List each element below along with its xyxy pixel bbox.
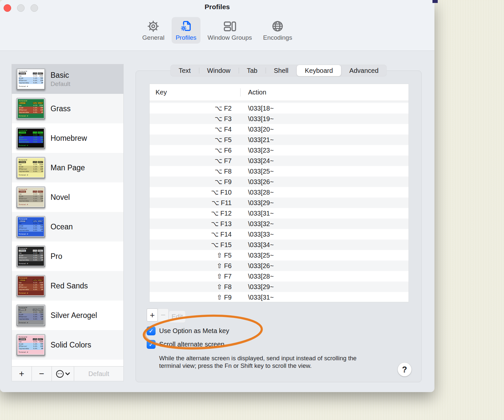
profile-thumbnail: Terminal#COMMAND%CPURPRVTtop4.1%231KXcod… [16, 334, 45, 356]
terminal-preview: Terminal#COMMAND%CPURPRVTtop4.1%231KXcod… [17, 246, 44, 266]
key-mapping-row[interactable]: ⇧ F5 \033[25~ [150, 250, 409, 261]
key-name: F8 [224, 283, 232, 290]
more-options-button[interactable] [52, 367, 74, 381]
modifier-icon: ⌥ [215, 125, 222, 133]
profile-item-pro[interactable]: Terminal#COMMAND%CPURPRVTtop4.1%231KXcod… [12, 242, 123, 271]
key-mapping-row[interactable]: ⌥ F3 \033[19~ [150, 114, 409, 124]
tab-text[interactable]: Text [170, 65, 199, 76]
key-mapping-row[interactable]: ⇧ F7 \033[28~ [150, 271, 409, 282]
key-action: \033[21~ [240, 136, 274, 144]
scroll-alternate-screen-checkbox[interactable]: ✓ [147, 340, 156, 349]
profile-thumbnail: Terminal#COMMAND%CPURPRVTtop4.1%231KXcod… [16, 216, 45, 238]
profile-item-basic[interactable]: Terminal#COMMAND%CPURPRVTtop4.1%231KXcod… [12, 64, 123, 94]
toolbar-item-label: Profiles [176, 34, 196, 41]
key-mapping-row[interactable]: ⌥ F10 \033[28~ [150, 187, 409, 198]
profile-thumbnail: Terminal#COMMAND%CPURPRVTtop4.1%231KXcod… [16, 98, 45, 119]
tab-tab[interactable]: Tab [239, 65, 265, 76]
key-mapping-row[interactable]: ⌥ F13 \033[32~ [150, 219, 409, 229]
modifier-icon: ⌥ [211, 220, 219, 228]
alternate-screen-note: While the alternate screen is displayed,… [159, 354, 376, 369]
scroll-alternate-screen-row[interactable]: ✓ Scroll alternate screen [147, 340, 224, 349]
key-mapping-row[interactable]: ⌥ F9 \033[26~ [150, 177, 409, 187]
tab-advanced[interactable]: Advanced [341, 65, 387, 76]
toolbar-item-window-groups[interactable]: Window Groups [204, 17, 256, 44]
key-name: F5 [224, 252, 232, 259]
edit-key-button[interactable]: Edit [169, 310, 186, 323]
terminal-preview: Terminal#COMMAND%CPURPRVTtop4.1%231KXcod… [17, 99, 44, 118]
tab-shell[interactable]: Shell [266, 65, 297, 76]
toolbar-item-profiles[interactable]: Profiles [172, 17, 200, 44]
toolbar-item-label: Encodings [263, 34, 292, 41]
key-action: \033[26~ [240, 262, 274, 270]
modifier-icon: ⌥ [215, 167, 222, 175]
key-name: F4 [224, 126, 232, 133]
profile-item-grass[interactable]: Terminal#COMMAND%CPURPRVTtop4.1%231KXcod… [12, 94, 123, 123]
checkmark-icon: ✓ [149, 327, 154, 334]
profile-item-solid-colors[interactable]: Terminal#COMMAND%CPURPRVTtop4.1%231KXcod… [12, 330, 123, 360]
profile-thumbnail: Terminal#COMMAND%CPURPRVTtop4.1%231KXcod… [16, 68, 45, 90]
key-mapping-row[interactable]: ⌥ F11 \033[29~ [150, 198, 409, 208]
keyboard-mapping-table[interactable]: Key Action ⌥ F2 \033[18~ ⌥ F3 \033[19~ ⌥… [149, 84, 409, 302]
key-mapping-row[interactable]: ⌥ F8 \033[25~ [150, 166, 409, 177]
profile-thumbnail: Terminal#COMMAND%CPURPRVTtop4.1%231KXcod… [16, 127, 45, 149]
tab-window[interactable]: Window [199, 65, 239, 76]
help-button[interactable]: ? [398, 363, 411, 376]
key-mapping-row[interactable]: ⇧ F6 \033[26~ [150, 261, 409, 271]
column-divider [240, 88, 241, 96]
profiles-sidebar: Terminal#COMMAND%CPURPRVTtop4.1%231KXcod… [11, 64, 124, 381]
key-name: F12 [220, 210, 232, 217]
profile-item-man-page[interactable]: Terminal#COMMAND%CPURPRVTtop4.1%231KXcod… [12, 153, 123, 182]
use-option-as-meta-row[interactable]: ✓ Use Option as Meta key [147, 326, 229, 335]
key-mapping-row[interactable]: ⌥ F6 \033[23~ [150, 145, 409, 156]
profile-item-novel[interactable]: Terminal#COMMAND%CPURPRVTtop4.1%231KXcod… [12, 182, 123, 212]
modifier-icon: ⇧ [217, 272, 222, 280]
modifier-icon: ⌥ [215, 136, 222, 144]
modifier-icon: ⇧ [217, 262, 222, 270]
key-mapping-row[interactable]: ⌥ F7 \033[24~ [150, 156, 409, 166]
modifier-icon: ⇧ [217, 251, 222, 259]
toolbar-item-encodings[interactable]: Encodings [259, 17, 296, 44]
key-mapping-row[interactable]: ⇧ F8 \033[29~ [150, 282, 409, 292]
key-action: \033[32~ [240, 220, 274, 228]
profile-thumbnail: Terminal#COMMAND%CPURPRVTtop4.1%231KXcod… [16, 275, 45, 297]
key-mapping-row[interactable]: ⌥ F15 \033[34~ [150, 240, 409, 250]
window-title: Profiles [0, 3, 434, 11]
profile-name: Homebrew [51, 134, 87, 143]
default-button[interactable]: Default [74, 367, 123, 381]
key-action: \033[29~ [240, 283, 274, 291]
modifier-icon: ⌥ [215, 157, 222, 165]
key-mapping-row[interactable]: ⌥ F2 \033[18~ [150, 103, 409, 114]
profile-item-silver-aerogel[interactable]: Terminal#COMMAND%CPURPRVTtop4.1%231KXcod… [12, 301, 123, 330]
key-action: \033[19~ [240, 115, 274, 123]
toolbar-item-general[interactable]: General [138, 17, 169, 44]
key-name: F2 [224, 105, 232, 112]
profile-doc-icon [179, 19, 193, 33]
key-mapping-row[interactable]: ⌥ F14 \033[33~ [150, 229, 409, 240]
profile-thumbnail: Terminal#COMMAND%CPURPRVTtop4.1%231KXcod… [16, 186, 45, 208]
ellipsis-circle-icon [56, 370, 64, 378]
profile-item-red-sands[interactable]: Terminal#COMMAND%CPURPRVTtop4.1%231KXcod… [12, 271, 123, 301]
terminal-preview: Terminal#COMMAND%CPURPRVTtop4.1%231KXcod… [17, 158, 44, 178]
key-action: \033[18~ [240, 105, 274, 112]
key-column-header: Key [150, 89, 167, 96]
profile-item-homebrew[interactable]: Terminal#COMMAND%CPURPRVTtop4.1%231KXcod… [12, 123, 123, 153]
profile-item-ocean[interactable]: Terminal#COMMAND%CPURPRVTtop4.1%231KXcod… [12, 212, 123, 242]
terminal-preview: Terminal#COMMAND%CPURPRVTtop4.1%231KXcod… [17, 187, 44, 207]
profile-name: Grass [51, 104, 71, 113]
use-option-as-meta-checkbox[interactable]: ✓ [147, 326, 156, 335]
profile-subtitle: Default [51, 80, 70, 88]
remove-profile-button[interactable]: − [32, 367, 52, 381]
add-key-button[interactable]: + [147, 308, 158, 322]
key-mapping-row[interactable]: ⌥ F5 \033[21~ [150, 135, 409, 145]
key-mapping-row[interactable]: ⌥ F12 \033[31~ [150, 208, 409, 219]
tab-keyboard[interactable]: Keyboard [297, 65, 341, 76]
table-rows: ⌥ F2 \033[18~ ⌥ F3 \033[19~ ⌥ F4 \033[20… [150, 103, 409, 303]
key-mapping-row[interactable]: ⇧ F9 \033[31~ [150, 292, 409, 303]
key-mapping-row[interactable]: ⌥ F4 \033[20~ [150, 124, 409, 135]
add-profile-button[interactable]: + [12, 367, 32, 381]
terminal-preview: Terminal#COMMAND%CPURPRVTtop4.1%231KXcod… [17, 335, 44, 355]
profile-list: Terminal#COMMAND%CPURPRVTtop4.1%231KXcod… [12, 64, 123, 366]
remove-key-button[interactable]: − [158, 308, 169, 322]
toolbar-item-label: Window Groups [208, 34, 252, 41]
profile-thumbnail: Terminal#COMMAND%CPURPRVTtop4.1%231KXcod… [16, 245, 45, 267]
